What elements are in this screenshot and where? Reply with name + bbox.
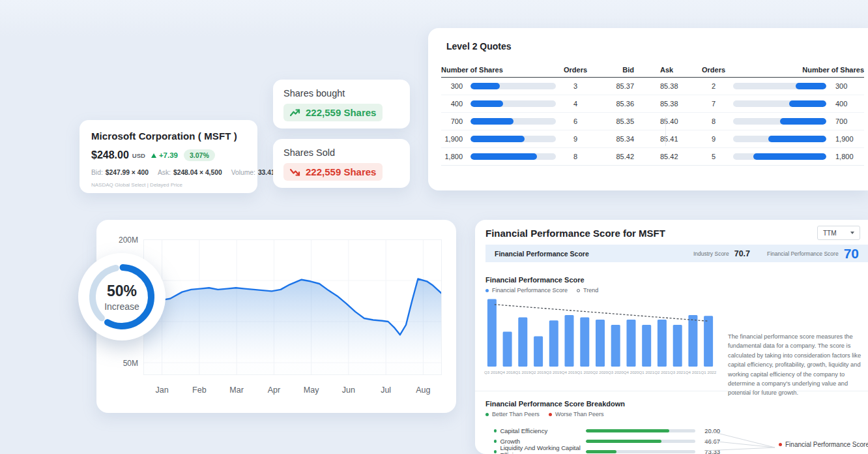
- legend-better-item: Better Than Peers: [485, 411, 540, 417]
- y-tick-50m: 50M: [106, 359, 138, 368]
- ask-depth-fill: [768, 136, 826, 142]
- banner-label: Financial Performance Score: [495, 250, 589, 258]
- y-tick-200m: 200M: [106, 235, 138, 245]
- col-shares-left: Number of Shares: [441, 66, 556, 74]
- ask-depth-fill: [780, 118, 827, 125]
- breakdown-bar: [586, 450, 696, 453]
- period-selected-value: TTM: [823, 230, 837, 237]
- industry-score-value: 70.7: [734, 249, 750, 258]
- level2-table-row[interactable]: 300385.3785.382300: [441, 78, 864, 95]
- msft-quote-card: Microsoft Corporation ( MSFT ) $248.00 U…: [80, 120, 257, 193]
- month-label: Jan: [143, 386, 181, 395]
- financial-panel-title: Financial Performance Score for MSFT: [485, 228, 665, 239]
- month-label: Feb: [181, 386, 218, 395]
- bid-depth-fill: [470, 136, 525, 142]
- ask-shares-value: 700: [826, 117, 864, 125]
- quarter-label: Q1 2022: [701, 370, 717, 374]
- financial-performance-panel: Financial Performance Score for MSFT TTM…: [475, 220, 868, 454]
- legend-trend-label: Trend: [583, 287, 598, 294]
- breakdown-metric-label: Liquidity And Working Capital Efficiency: [500, 444, 585, 454]
- level2-table-row[interactable]: 1,900985.3485.4191,900: [441, 130, 864, 148]
- ask-depth-bar: [733, 153, 826, 160]
- ask-label: Ask:: [158, 169, 171, 176]
- ask-depth-fill: [789, 100, 826, 107]
- volume-plot-area: [143, 239, 442, 375]
- bid-depth-fill: [470, 100, 503, 107]
- bid-shares-value: 400: [441, 100, 463, 108]
- fps-bar-chart: [484, 296, 716, 369]
- col-ask: Ask: [634, 66, 694, 74]
- month-label: May: [293, 386, 330, 395]
- score-description: The financial performance score measures…: [728, 332, 868, 398]
- increase-label: Increase: [104, 301, 139, 312]
- bar-chart-section-title: Financial Performance Score: [485, 276, 585, 284]
- status-dot-icon: [494, 450, 497, 453]
- ask-shares-value: 300: [826, 82, 864, 90]
- bid-shares-value: 700: [441, 117, 463, 125]
- ask-price-value: 85.38: [634, 82, 694, 90]
- bid-orders-value: 8: [556, 153, 595, 160]
- breakdown-legend: Better Than Peers Worse Than Peers: [485, 411, 604, 417]
- legend-series-item: Financial Performance Score: [485, 287, 568, 294]
- ask-depth-fill: [796, 83, 826, 89]
- bid-ask-volume-row: Bid: $247.99 × 400 Ask: $248.04 × 4,500 …: [91, 169, 246, 176]
- level2-title: Level 2 Quotes: [446, 41, 864, 52]
- ask-depth-bar: [733, 83, 826, 89]
- status-dot-icon: [494, 440, 497, 443]
- ask-orders-value: 8: [694, 117, 733, 125]
- ask-depth-bar: [733, 118, 826, 125]
- breakdown-bar-fill: [586, 450, 616, 453]
- annotation-label: Financial Performance Score:: [785, 441, 868, 448]
- quarter-label: Q3 2018: [484, 370, 500, 374]
- trending-up-icon: [290, 109, 301, 117]
- better-dot-icon: [485, 413, 489, 416]
- ask-orders-value: 2: [694, 82, 733, 90]
- bid-depth-bar: [470, 83, 556, 89]
- bid-price-value: 85.35: [595, 117, 634, 125]
- bar-chart-legend: Financial Performance Score Trend: [485, 287, 598, 294]
- bid-label: Bid:: [91, 169, 103, 176]
- ask-orders-value: 7: [694, 100, 733, 108]
- legend-worse-label: Worse Than Peers: [555, 411, 604, 417]
- breakdown-bar: [586, 440, 696, 443]
- donut-ring: 50% Increase: [86, 261, 158, 333]
- shares-bought-badge: 222,559 Shares: [283, 104, 383, 121]
- bid-depth-bar: [470, 118, 556, 125]
- quarter-label: Q1 2020: [577, 370, 593, 374]
- bid-price-value: 85.34: [595, 135, 634, 143]
- ask-price-value: 85.38: [634, 100, 694, 108]
- ask-price-value: 85.40: [634, 117, 694, 125]
- legend-better-label: Better Than Peers: [492, 411, 540, 417]
- status-dot-icon: [494, 429, 497, 432]
- price-change: +7.39: [159, 151, 178, 159]
- dashboard-screen: Microsoft Corporation ( MSFT ) $248.00 U…: [0, 0, 868, 454]
- month-axis-labels: JanFebMarAprMayJunJulAug: [143, 386, 442, 395]
- quarter-label: Q2 2021: [654, 370, 670, 374]
- quarter-label: Q4 2021: [686, 370, 701, 374]
- quarter-label: Q3 2021: [670, 370, 686, 374]
- bid-shares-value: 1,800: [441, 153, 463, 160]
- period-selector-dropdown[interactable]: TTM: [817, 226, 860, 240]
- up-triangle-icon: [151, 153, 156, 158]
- breakdown-connector-lines: [704, 424, 776, 454]
- breakdown-metric-label: Capital Efficiency: [500, 427, 585, 434]
- ask-shares-value: 1,800: [826, 153, 864, 160]
- exchange-footnote: NASDAQ Global Select | Delayed Price: [91, 182, 246, 188]
- col-orders-left: Orders: [556, 66, 595, 74]
- increase-percent: 50%: [107, 282, 137, 300]
- currency-label: USD: [132, 152, 145, 159]
- quarter-label: Q1 2019: [515, 370, 531, 374]
- quarter-label: Q2 2020: [592, 370, 608, 374]
- breakdown-bar-fill: [586, 429, 669, 432]
- month-label: Jun: [330, 386, 367, 395]
- level2-table-row[interactable]: 400485.3685.387400: [441, 95, 864, 113]
- breakdown-row: Liquidity And Working Capital Efficiency…: [485, 446, 720, 454]
- fps-annotation: Financial Performance Score: 44.55: [779, 441, 868, 448]
- month-label: Jul: [368, 386, 405, 395]
- level2-table-row[interactable]: 1,800885.4285.4251,800: [441, 148, 864, 166]
- fps-bar-chart-x-labels: Q3 2018Q4 2018Q1 2019Q2 2019Q3 2019Q4 20…: [484, 370, 716, 374]
- price-row: $248.00 USD +7.39 3.07%: [91, 149, 246, 161]
- quarter-label: Q2 2019: [530, 370, 546, 374]
- level2-header-row: Number of Shares Orders Bid Ask Orders N…: [441, 62, 864, 78]
- level2-table-row[interactable]: 700685.3585.408700: [441, 113, 864, 130]
